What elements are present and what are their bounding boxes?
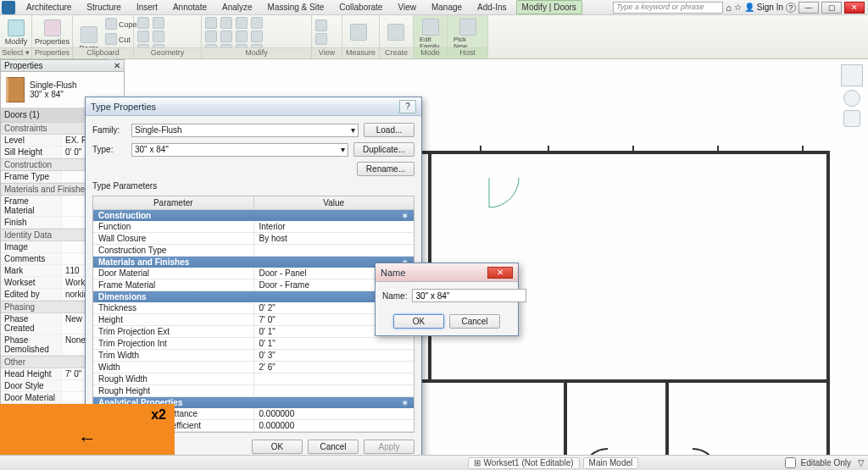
nav-tool-icon[interactable] <box>843 110 860 127</box>
modify-icon[interactable] <box>220 17 232 29</box>
editable-only-checkbox[interactable]: Editable Only <box>782 455 851 470</box>
modify-icon[interactable] <box>205 17 217 29</box>
menu-tab[interactable]: Architecture <box>20 0 77 14</box>
view-icon[interactable] <box>315 19 327 31</box>
nav-wheel-icon[interactable] <box>843 90 860 107</box>
view-tools <box>841 64 863 127</box>
modify-icon[interactable] <box>251 30 263 42</box>
param-category: Dimensions✶ <box>93 291 414 302</box>
star-icon[interactable]: ☆ <box>734 3 742 12</box>
geom-icon[interactable] <box>153 30 164 42</box>
name-dialog-close-icon[interactable]: ✕ <box>487 267 513 279</box>
geom-icon[interactable] <box>137 17 149 29</box>
param-category: Construction✶ <box>93 210 414 221</box>
param-row[interactable]: Rough Height <box>93 385 414 397</box>
modify-icon[interactable] <box>205 30 217 42</box>
menu-tab[interactable]: Add-Ins <box>471 0 512 14</box>
param-row[interactable]: Height7' 0" <box>93 314 414 326</box>
view-icon[interactable] <box>315 33 327 45</box>
col-parameter: Parameter <box>93 196 254 209</box>
param-row[interactable]: Frame MaterialDoor - Frame <box>93 279 414 291</box>
param-row[interactable]: Thickness0' 2" <box>93 302 414 314</box>
titlebar: ArchitectureStructureInsertAnnotateAnaly… <box>0 0 868 15</box>
name-cancel-button[interactable]: Cancel <box>449 314 500 329</box>
name-ok-button[interactable]: OK <box>393 314 444 329</box>
ok-button[interactable]: OK <box>252 440 303 454</box>
family-select[interactable]: Single-Flush▾ <box>131 124 359 137</box>
geom-icon[interactable] <box>153 17 164 29</box>
menu-tab[interactable]: Manage <box>426 0 468 14</box>
close-button[interactable]: ✕ <box>844 2 865 14</box>
load-button[interactable]: Load... <box>364 123 415 137</box>
help-icon[interactable]: ? <box>786 3 796 13</box>
maximize-button[interactable]: ▢ <box>821 2 842 14</box>
dialog-title: Type Properties <box>91 102 156 112</box>
properties-button[interactable]: Properties <box>36 17 69 48</box>
user-icon[interactable]: 👤 <box>744 3 754 12</box>
cut-button[interactable]: Cut <box>105 32 137 47</box>
filter-icon[interactable]: ▽ <box>858 458 865 467</box>
playback-speed: x2 <box>151 404 175 423</box>
rename-button[interactable]: Rename... <box>357 162 415 176</box>
col-value: Value <box>254 196 415 209</box>
viewcube[interactable] <box>841 64 863 86</box>
app-menu-icon[interactable] <box>2 1 15 14</box>
menu-tab[interactable]: Collaborate <box>333 0 388 14</box>
measure-button[interactable] <box>346 17 371 48</box>
name-dialog: Name ✕ Name: OK Cancel <box>375 263 519 336</box>
properties-close-icon[interactable]: ✕ <box>114 61 120 70</box>
design-option-status[interactable]: Main Model <box>583 457 639 469</box>
name-label: Name: <box>382 291 407 301</box>
name-input[interactable] <box>412 289 526 302</box>
menu-tab[interactable]: Massing & Site <box>262 0 331 14</box>
family-label: Family: <box>92 125 126 135</box>
param-row[interactable]: Door MaterialDoor - Panel <box>93 268 414 279</box>
sign-in-link[interactable]: Sign In <box>757 3 783 12</box>
param-category: Materials and Finishes✶ <box>93 257 414 268</box>
modify-icon[interactable] <box>220 30 232 42</box>
param-row[interactable]: Trim Width0' 3" <box>93 350 414 362</box>
type-name: Single-Flush <box>30 80 77 90</box>
type-parameters-grid: Construction✶FunctionInteriorWall Closur… <box>93 210 414 432</box>
type-parameters-label: Type Parameters <box>92 181 415 191</box>
cope-button[interactable]: Cope <box>105 17 137 31</box>
modify-tool[interactable]: Modify <box>3 17 29 48</box>
type-size: 30" x 84" <box>30 90 77 99</box>
infocenter-icon[interactable]: ⌂ <box>726 3 732 13</box>
menu-tab[interactable]: Analyze <box>216 0 259 14</box>
param-row[interactable]: Trim Projection Ext0' 1" <box>93 326 414 338</box>
menu-tabs: ArchitectureStructureInsertAnnotateAnaly… <box>3 0 582 14</box>
workset-status[interactable]: ⊞Workset1 (Not Editable) <box>468 457 580 469</box>
search-input[interactable]: Type a keyword or phrase <box>613 2 723 14</box>
name-dialog-title: Name <box>381 268 405 278</box>
param-row[interactable]: FunctionInterior <box>93 221 414 233</box>
menu-tab[interactable]: Modify | Doors <box>516 0 582 14</box>
param-row[interactable]: Wall ClosureBy host <box>93 233 414 245</box>
status-bar: ⊞Workset1 (Not Editable) Main Model Edit… <box>0 455 868 470</box>
menu-tab[interactable]: Annotate <box>167 0 213 14</box>
param-row[interactable]: Construction Type <box>93 245 414 257</box>
edit-family-button[interactable]: Edit Family <box>417 17 443 52</box>
duplicate-button[interactable]: Duplicate... <box>353 142 415 157</box>
type-select[interactable]: 30" x 84"▾ <box>131 143 348 157</box>
apply-button[interactable]: Apply <box>364 440 415 454</box>
minimize-button[interactable]: — <box>798 2 819 14</box>
geom-icon[interactable] <box>137 30 149 42</box>
type-thumbnail <box>6 77 25 102</box>
modify-icon[interactable] <box>236 30 248 42</box>
properties-title: Properties <box>4 61 43 70</box>
param-row[interactable]: Trim Projection Int0' 1" <box>93 338 414 350</box>
back-arrow-icon: ← <box>0 428 175 450</box>
modify-icon[interactable] <box>251 17 263 29</box>
ribbon: Modify Select ▾ Properties Properties Pa… <box>0 15 868 59</box>
type-label: Type: <box>92 145 126 154</box>
modify-icon[interactable] <box>236 17 248 29</box>
menu-tab[interactable]: View <box>392 0 422 14</box>
dialog-close-icon[interactable]: ? <box>399 100 416 113</box>
menu-tab[interactable]: Insert <box>131 0 164 14</box>
cancel-button[interactable]: Cancel <box>308 440 359 454</box>
param-row[interactable]: Rough Width <box>93 373 414 385</box>
create-button[interactable] <box>383 17 409 48</box>
param-row[interactable]: Width2' 6" <box>93 362 414 373</box>
menu-tab[interactable]: Structure <box>81 0 127 14</box>
